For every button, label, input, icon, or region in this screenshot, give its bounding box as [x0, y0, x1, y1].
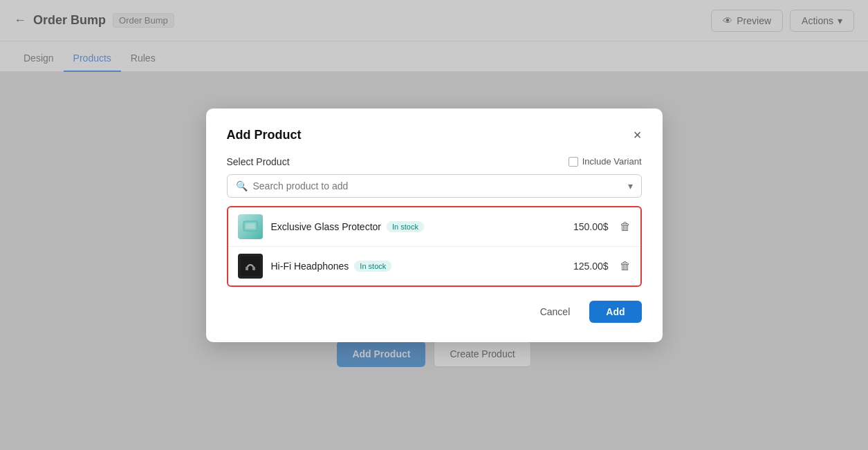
- product-item-1: Exclusive Glass Protector In stock 150.0…: [228, 207, 640, 247]
- modal-overlay: Add Product × Select Product Include Var…: [0, 0, 868, 450]
- svg-rect-4: [252, 267, 255, 270]
- search-icon: 🔍: [236, 180, 248, 191]
- product-thumbnail-1: [238, 214, 263, 239]
- modal-header: Add Product ×: [227, 128, 642, 142]
- add-button[interactable]: Add: [589, 301, 641, 323]
- product-list: Exclusive Glass Protector In stock 150.0…: [227, 206, 642, 287]
- product-thumbnail-2: [238, 254, 263, 279]
- include-variant-checkbox[interactable]: [569, 157, 578, 167]
- product-name-1: Exclusive Glass Protector: [271, 221, 382, 232]
- product-price-2: 125.00$: [573, 261, 609, 272]
- product-status-2: In stock: [354, 261, 391, 272]
- include-variant-row: Include Variant: [569, 156, 642, 167]
- product-status-1: In stock: [387, 221, 424, 232]
- svg-rect-1: [246, 223, 255, 229]
- search-input[interactable]: [253, 180, 628, 191]
- search-box: 🔍 ▾: [227, 174, 642, 198]
- include-variant-label: Include Variant: [582, 156, 642, 167]
- delete-product-1-button[interactable]: 🗑: [620, 221, 631, 233]
- svg-rect-2: [241, 256, 260, 276]
- select-product-label: Select Product: [227, 156, 290, 167]
- modal-title: Add Product: [227, 128, 302, 142]
- svg-rect-3: [246, 267, 248, 270]
- modal-footer: Cancel Add: [227, 301, 642, 323]
- modal-close-button[interactable]: ×: [634, 128, 642, 142]
- delete-product-2-button[interactable]: 🗑: [620, 260, 631, 272]
- add-product-modal: Add Product × Select Product Include Var…: [206, 109, 663, 342]
- chevron-down-icon[interactable]: ▾: [628, 180, 633, 191]
- select-product-row: Select Product Include Variant: [227, 156, 642, 167]
- cancel-button[interactable]: Cancel: [529, 301, 582, 323]
- product-price-1: 150.00$: [573, 221, 609, 232]
- product-name-2: Hi-Fi Headphones: [271, 261, 349, 272]
- product-item-2: Hi-Fi Headphones In stock 125.00$ 🗑: [228, 247, 640, 285]
